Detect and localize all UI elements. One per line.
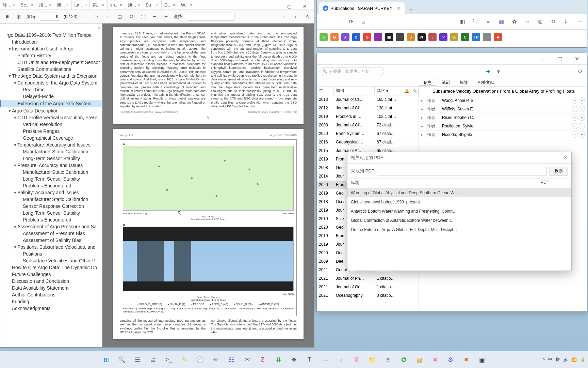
zoom-in-icon[interactable]: ＋ <box>162 13 170 21</box>
list-item[interactable]: 2013Journal of Cli…165 citat… <box>317 95 419 104</box>
detail-tab[interactable]: 笔记 <box>437 78 455 86</box>
close-button[interactable]: ✕ <box>569 54 584 64</box>
tab-close-icon[interactable]: × <box>66 3 69 7</box>
refresh-icon[interactable]: ⟳ <box>345 16 356 27</box>
outline-item[interactable]: ▾Positions, Subsurface Velocities, and <box>0 244 102 250</box>
add-icon[interactable]: + <box>579 97 585 104</box>
remove-icon[interactable]: − <box>572 106 578 112</box>
popup-close-icon[interactable]: ✕ <box>564 154 568 161</box>
col-pdf[interactable]: PDF <box>537 179 571 188</box>
outline-item[interactable]: ▾CTD Profile Vertical Resolution, Press <box>0 114 102 121</box>
outline-item[interactable]: Manufacturer Static Calibration <box>0 148 102 155</box>
select-icon[interactable]: ◌ <box>139 13 147 21</box>
taskbar-app-icon[interactable]: >_ <box>162 353 176 367</box>
outline-item[interactable]: Data Availability Statement <box>0 285 102 291</box>
taskbar-app-icon[interactable]: ⋯ <box>318 353 332 367</box>
bookmark-icon[interactable]: J <box>407 33 415 41</box>
remove-icon[interactable]: − <box>572 97 578 104</box>
outline-item[interactable]: Real-Time <box>0 86 102 93</box>
popup-item[interactable]: Warming of Global Abyssal and Deep South… <box>347 188 571 197</box>
find-next-icon[interactable]: › <box>292 13 300 21</box>
author-row[interactable]: ▸作者Wong, Annie P. S.−+ <box>419 96 587 105</box>
tab-close-icon[interactable]: × <box>102 3 104 7</box>
tray-icon[interactable]: 拼 <box>556 357 560 363</box>
history-icon[interactable]: ↻ <box>548 16 558 27</box>
tray-icon[interactable]: 🔊 <box>563 357 568 362</box>
maximize-button[interactable]: ▢ <box>281 1 297 12</box>
popup-search-input[interactable] <box>377 167 547 175</box>
prev-page-button[interactable]: ← <box>81 13 89 21</box>
pdf-doc-tab[interactable]: 物...× <box>0 0 18 10</box>
taskbar-app-icon[interactable]: ✎ <box>178 353 191 367</box>
ext-icon[interactable]: ● <box>483 16 494 27</box>
taskbar-app-icon[interactable]: ■ <box>459 353 473 367</box>
tab-close-icon[interactable]: ✕ <box>397 6 401 11</box>
taskbar-app-icon[interactable]: 🗂 <box>146 353 160 367</box>
zoom-out-icon[interactable]: − <box>150 13 159 21</box>
downloads-icon[interactable]: ⭳ <box>560 16 571 27</box>
ext-icon[interactable]: 🛡 <box>470 16 481 27</box>
outline-item[interactable]: Platform History <box>0 52 102 59</box>
bookmark-icon[interactable]: b <box>352 33 360 41</box>
outline-item[interactable]: How to Cite Argo Data: The Dynamic Do <box>0 264 102 271</box>
author-row[interactable]: ▸作者Hosoda, Shigeki−+ <box>419 131 587 139</box>
popup-item[interactable]: Global Contraction of Antarctic Bottom W… <box>347 216 571 225</box>
taskbar-app-icon[interactable]: ⇊ <box>272 353 285 367</box>
tab-close-icon[interactable]: × <box>137 3 140 7</box>
outline-item[interactable]: ▾Temperature: Accuracy and Issues <box>0 141 102 148</box>
outline-item[interactable]: Long-Term Sensor Stability <box>0 210 102 216</box>
find-input[interactable] <box>187 13 234 21</box>
panel-close-icon[interactable]: × <box>97 26 100 31</box>
taskbar-app-icon[interactable]: 🕘 <box>193 353 207 367</box>
remove-icon[interactable]: − <box>572 132 578 138</box>
pdf-doc-tab[interactable]: 海...× <box>54 0 72 10</box>
menu-icon[interactable]: ≡ <box>3 13 11 21</box>
add-icon[interactable]: + <box>579 106 585 112</box>
home-icon[interactable]: ⌂ <box>358 16 369 27</box>
find-prev-icon[interactable]: ‹ <box>280 13 288 21</box>
list-item[interactable]: 2012Journal of Cli…138 citat… <box>317 104 419 112</box>
author-row[interactable]: ▸作者Pouliquen, Sylvie−+ <box>419 122 587 131</box>
taskbar-app-icon[interactable]: Z <box>256 353 270 367</box>
col-extra[interactable]: 其它▾ <box>375 87 402 95</box>
taskbar-app-icon[interactable]: 🔍 <box>115 353 129 367</box>
outline-item[interactable]: Acknowledgments <box>0 305 102 312</box>
detail-tab[interactable]: 相关文献 <box>473 78 499 86</box>
bookmark-icon[interactable]: ■ <box>494 33 502 41</box>
bookmark-icon[interactable]: C <box>461 33 469 41</box>
bookmark-icon[interactable]: ⋯ <box>483 33 491 41</box>
taskbar-app-icon[interactable]: ✉ <box>240 353 254 367</box>
tab-close-icon[interactable]: × <box>156 3 159 7</box>
outline-item[interactable]: Geographical Coverage <box>0 135 102 141</box>
outline-item[interactable]: Problems Encountered <box>0 182 102 189</box>
taskbar-app-icon[interactable]: T <box>303 353 316 367</box>
outline-item[interactable]: Long-Term Sensor Stability <box>0 155 102 162</box>
outline-item[interactable]: ▾Salinity: Accuracy and Issues <box>0 189 102 196</box>
outline-item[interactable]: Positions <box>0 250 102 257</box>
outline-item[interactable]: Vertical Resolution <box>0 121 102 128</box>
bookmark-icon[interactable]: 56 <box>450 33 458 41</box>
ext-icon[interactable]: ✿ <box>509 16 520 27</box>
pdf-doc-tab[interactable]: W...× <box>178 0 195 10</box>
tab-close-icon[interactable]: × <box>120 3 122 7</box>
tab-close-icon[interactable]: × <box>49 3 51 7</box>
fit-width-icon[interactable]: ▭ <box>104 13 112 21</box>
outline-item[interactable]: CTD Units and Pre-deployment Sensor <box>0 59 102 66</box>
taskbar-app-icon[interactable]: ✏ <box>209 353 223 367</box>
tray-icon[interactable]: 中 <box>548 357 552 363</box>
pdf-doc-tab[interactable]: Bu...× <box>143 0 162 10</box>
taskbar-app-icon[interactable]: e <box>381 353 395 367</box>
outline-item[interactable]: Pressure Ranges <box>0 128 102 135</box>
system-tray[interactable]: ^中拼🔊📶🔋 <box>543 357 585 363</box>
taskbar-app-icon[interactable]: ❖ <box>287 353 301 367</box>
col-publication[interactable]: 期刊 <box>334 87 375 95</box>
minimize-button[interactable]: — <box>266 1 281 12</box>
minimize-button[interactable]: — <box>535 54 550 64</box>
bookmark-icon[interactable]: . <box>428 33 437 41</box>
pdf-doc-tab[interactable]: 第...× <box>90 0 108 10</box>
outline-item[interactable]: Funding <box>0 298 102 305</box>
ext-icon[interactable]: ▦ <box>496 16 507 27</box>
taskbar-app-icon[interactable]: ⚙ <box>444 353 457 367</box>
next-page-button[interactable]: → <box>93 13 101 21</box>
outline-item[interactable]: Subsurface Velocities and Other P <box>0 257 102 264</box>
